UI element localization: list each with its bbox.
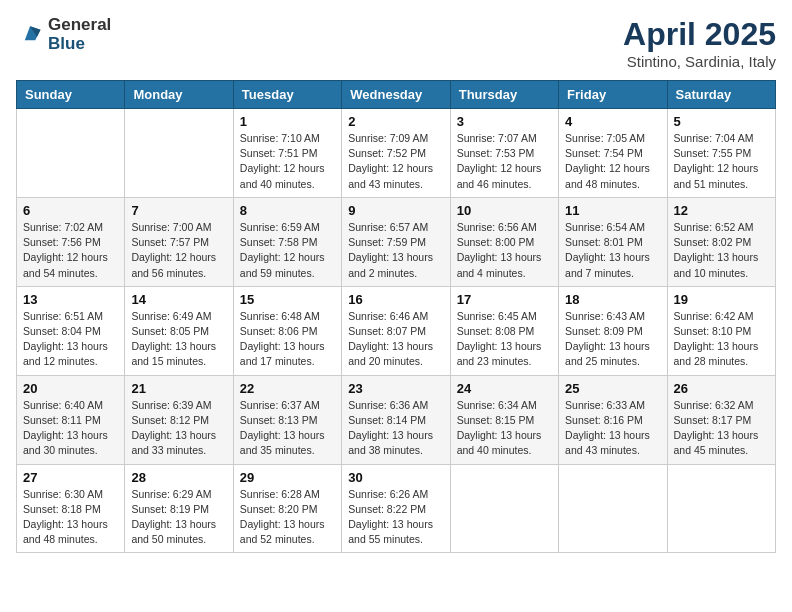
- calendar-cell: 23Sunrise: 6:36 AM Sunset: 8:14 PM Dayli…: [342, 375, 450, 464]
- day-info: Sunrise: 6:30 AM Sunset: 8:18 PM Dayligh…: [23, 487, 118, 548]
- logo-general: General: [48, 16, 111, 35]
- day-info: Sunrise: 7:09 AM Sunset: 7:52 PM Dayligh…: [348, 131, 443, 192]
- calendar-cell: 14Sunrise: 6:49 AM Sunset: 8:05 PM Dayli…: [125, 286, 233, 375]
- calendar-cell: [450, 464, 558, 553]
- day-number: 7: [131, 203, 226, 218]
- day-number: 9: [348, 203, 443, 218]
- calendar-cell: 3Sunrise: 7:07 AM Sunset: 7:53 PM Daylig…: [450, 109, 558, 198]
- day-number: 27: [23, 470, 118, 485]
- calendar-table: SundayMondayTuesdayWednesdayThursdayFrid…: [16, 80, 776, 553]
- day-number: 30: [348, 470, 443, 485]
- day-number: 6: [23, 203, 118, 218]
- day-info: Sunrise: 6:36 AM Sunset: 8:14 PM Dayligh…: [348, 398, 443, 459]
- calendar-cell: 17Sunrise: 6:45 AM Sunset: 8:08 PM Dayli…: [450, 286, 558, 375]
- location: Stintino, Sardinia, Italy: [623, 53, 776, 70]
- calendar-cell: 9Sunrise: 6:57 AM Sunset: 7:59 PM Daylig…: [342, 197, 450, 286]
- day-info: Sunrise: 6:52 AM Sunset: 8:02 PM Dayligh…: [674, 220, 769, 281]
- calendar-cell: [17, 109, 125, 198]
- calendar-cell: 11Sunrise: 6:54 AM Sunset: 8:01 PM Dayli…: [559, 197, 667, 286]
- day-number: 12: [674, 203, 769, 218]
- day-number: 11: [565, 203, 660, 218]
- day-number: 1: [240, 114, 335, 129]
- logo: General Blue: [16, 16, 111, 53]
- day-number: 10: [457, 203, 552, 218]
- calendar-cell: 6Sunrise: 7:02 AM Sunset: 7:56 PM Daylig…: [17, 197, 125, 286]
- calendar-cell: 4Sunrise: 7:05 AM Sunset: 7:54 PM Daylig…: [559, 109, 667, 198]
- calendar-cell: 30Sunrise: 6:26 AM Sunset: 8:22 PM Dayli…: [342, 464, 450, 553]
- month-title: April 2025: [623, 16, 776, 53]
- day-info: Sunrise: 6:49 AM Sunset: 8:05 PM Dayligh…: [131, 309, 226, 370]
- day-number: 13: [23, 292, 118, 307]
- day-number: 15: [240, 292, 335, 307]
- calendar-cell: 5Sunrise: 7:04 AM Sunset: 7:55 PM Daylig…: [667, 109, 775, 198]
- col-header-friday: Friday: [559, 81, 667, 109]
- logo-blue: Blue: [48, 35, 111, 54]
- day-info: Sunrise: 6:46 AM Sunset: 8:07 PM Dayligh…: [348, 309, 443, 370]
- day-info: Sunrise: 6:43 AM Sunset: 8:09 PM Dayligh…: [565, 309, 660, 370]
- calendar-cell: [667, 464, 775, 553]
- day-info: Sunrise: 6:34 AM Sunset: 8:15 PM Dayligh…: [457, 398, 552, 459]
- day-info: Sunrise: 6:26 AM Sunset: 8:22 PM Dayligh…: [348, 487, 443, 548]
- col-header-sunday: Sunday: [17, 81, 125, 109]
- day-info: Sunrise: 6:39 AM Sunset: 8:12 PM Dayligh…: [131, 398, 226, 459]
- calendar-cell: 2Sunrise: 7:09 AM Sunset: 7:52 PM Daylig…: [342, 109, 450, 198]
- day-number: 28: [131, 470, 226, 485]
- calendar-cell: 16Sunrise: 6:46 AM Sunset: 8:07 PM Dayli…: [342, 286, 450, 375]
- calendar-cell: 20Sunrise: 6:40 AM Sunset: 8:11 PM Dayli…: [17, 375, 125, 464]
- day-number: 5: [674, 114, 769, 129]
- page-header: General Blue April 2025 Stintino, Sardin…: [16, 16, 776, 70]
- day-info: Sunrise: 6:40 AM Sunset: 8:11 PM Dayligh…: [23, 398, 118, 459]
- day-info: Sunrise: 7:07 AM Sunset: 7:53 PM Dayligh…: [457, 131, 552, 192]
- day-info: Sunrise: 6:42 AM Sunset: 8:10 PM Dayligh…: [674, 309, 769, 370]
- day-info: Sunrise: 7:10 AM Sunset: 7:51 PM Dayligh…: [240, 131, 335, 192]
- day-number: 24: [457, 381, 552, 396]
- day-info: Sunrise: 6:59 AM Sunset: 7:58 PM Dayligh…: [240, 220, 335, 281]
- day-number: 14: [131, 292, 226, 307]
- day-number: 2: [348, 114, 443, 129]
- calendar-cell: 15Sunrise: 6:48 AM Sunset: 8:06 PM Dayli…: [233, 286, 341, 375]
- day-number: 19: [674, 292, 769, 307]
- day-info: Sunrise: 6:54 AM Sunset: 8:01 PM Dayligh…: [565, 220, 660, 281]
- day-number: 21: [131, 381, 226, 396]
- day-info: Sunrise: 7:02 AM Sunset: 7:56 PM Dayligh…: [23, 220, 118, 281]
- calendar-cell: 25Sunrise: 6:33 AM Sunset: 8:16 PM Dayli…: [559, 375, 667, 464]
- calendar-cell: 24Sunrise: 6:34 AM Sunset: 8:15 PM Dayli…: [450, 375, 558, 464]
- col-header-thursday: Thursday: [450, 81, 558, 109]
- calendar-cell: 12Sunrise: 6:52 AM Sunset: 8:02 PM Dayli…: [667, 197, 775, 286]
- title-block: April 2025 Stintino, Sardinia, Italy: [623, 16, 776, 70]
- calendar-cell: [125, 109, 233, 198]
- day-info: Sunrise: 6:48 AM Sunset: 8:06 PM Dayligh…: [240, 309, 335, 370]
- day-info: Sunrise: 7:00 AM Sunset: 7:57 PM Dayligh…: [131, 220, 226, 281]
- day-info: Sunrise: 6:51 AM Sunset: 8:04 PM Dayligh…: [23, 309, 118, 370]
- day-info: Sunrise: 6:33 AM Sunset: 8:16 PM Dayligh…: [565, 398, 660, 459]
- calendar-cell: 13Sunrise: 6:51 AM Sunset: 8:04 PM Dayli…: [17, 286, 125, 375]
- day-number: 3: [457, 114, 552, 129]
- day-info: Sunrise: 6:28 AM Sunset: 8:20 PM Dayligh…: [240, 487, 335, 548]
- day-info: Sunrise: 7:05 AM Sunset: 7:54 PM Dayligh…: [565, 131, 660, 192]
- week-row-5: 27Sunrise: 6:30 AM Sunset: 8:18 PM Dayli…: [17, 464, 776, 553]
- calendar-cell: 8Sunrise: 6:59 AM Sunset: 7:58 PM Daylig…: [233, 197, 341, 286]
- calendar-cell: 19Sunrise: 6:42 AM Sunset: 8:10 PM Dayli…: [667, 286, 775, 375]
- col-header-wednesday: Wednesday: [342, 81, 450, 109]
- day-info: Sunrise: 7:04 AM Sunset: 7:55 PM Dayligh…: [674, 131, 769, 192]
- day-number: 22: [240, 381, 335, 396]
- col-header-tuesday: Tuesday: [233, 81, 341, 109]
- day-info: Sunrise: 6:45 AM Sunset: 8:08 PM Dayligh…: [457, 309, 552, 370]
- day-number: 16: [348, 292, 443, 307]
- day-number: 20: [23, 381, 118, 396]
- day-number: 25: [565, 381, 660, 396]
- calendar-cell: [559, 464, 667, 553]
- day-number: 8: [240, 203, 335, 218]
- calendar-cell: 18Sunrise: 6:43 AM Sunset: 8:09 PM Dayli…: [559, 286, 667, 375]
- calendar-cell: 10Sunrise: 6:56 AM Sunset: 8:00 PM Dayli…: [450, 197, 558, 286]
- calendar-cell: 26Sunrise: 6:32 AM Sunset: 8:17 PM Dayli…: [667, 375, 775, 464]
- day-number: 23: [348, 381, 443, 396]
- col-header-monday: Monday: [125, 81, 233, 109]
- day-number: 26: [674, 381, 769, 396]
- calendar-cell: 27Sunrise: 6:30 AM Sunset: 8:18 PM Dayli…: [17, 464, 125, 553]
- calendar-cell: 7Sunrise: 7:00 AM Sunset: 7:57 PM Daylig…: [125, 197, 233, 286]
- week-row-2: 6Sunrise: 7:02 AM Sunset: 7:56 PM Daylig…: [17, 197, 776, 286]
- calendar-cell: 1Sunrise: 7:10 AM Sunset: 7:51 PM Daylig…: [233, 109, 341, 198]
- day-info: Sunrise: 6:32 AM Sunset: 8:17 PM Dayligh…: [674, 398, 769, 459]
- day-info: Sunrise: 6:29 AM Sunset: 8:19 PM Dayligh…: [131, 487, 226, 548]
